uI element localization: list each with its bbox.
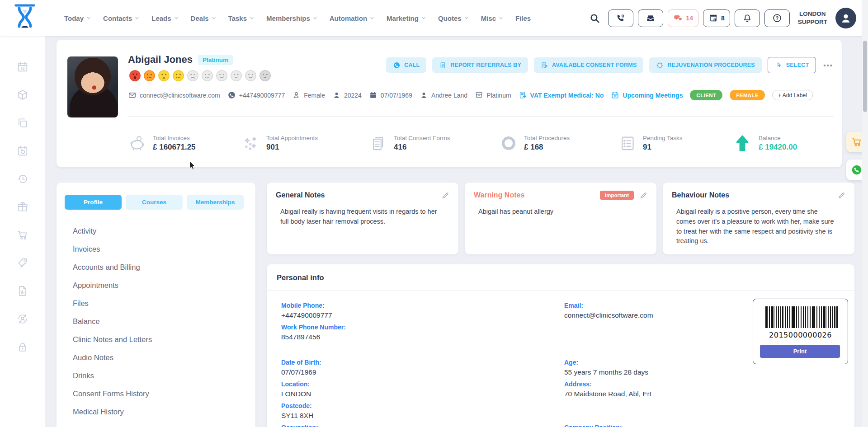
nav-item[interactable]: Quotes xyxy=(438,14,469,22)
nav-item[interactable]: Leads xyxy=(151,14,178,22)
nav-item[interactable]: Misc xyxy=(481,14,503,22)
duplicate-icon[interactable] xyxy=(16,117,29,129)
contact-item[interactable]: Andree Land xyxy=(420,91,467,99)
nav-item[interactable]: Tasks xyxy=(228,14,254,22)
shop-button[interactable]: 8 xyxy=(703,9,730,27)
mood-face-icon[interactable] xyxy=(172,70,184,82)
chevron-down-icon xyxy=(421,16,426,20)
field-label: Postcode: xyxy=(281,402,313,409)
nav-item[interactable]: Files xyxy=(515,14,531,22)
contact-item[interactable]: 12 Upcoming Meetings xyxy=(611,91,683,99)
contact-item[interactable]: VAT Exempt Medical: No xyxy=(519,91,604,99)
profile-menu-item[interactable]: Invoices xyxy=(73,240,246,258)
stat-label: Pending Tasks xyxy=(643,135,683,141)
nav-item[interactable]: Today xyxy=(64,14,91,22)
user-avatar[interactable] xyxy=(835,8,856,28)
profile-menu-item[interactable]: Files xyxy=(73,294,246,312)
action-button-label: CALL xyxy=(404,62,420,68)
action-button[interactable]: REPORT REFERRALS BY xyxy=(432,57,528,73)
nav-item[interactable]: Memberships xyxy=(266,14,317,22)
lock-icon[interactable] xyxy=(16,341,29,353)
page-scrollbar[interactable] xyxy=(862,0,868,427)
stat-block: Pending Tasks 91 xyxy=(618,133,683,154)
pencil-icon[interactable] xyxy=(837,191,846,200)
mood-face-icon[interactable] xyxy=(259,70,271,82)
action-button[interactable]: SELECT xyxy=(768,57,816,73)
personal-info-title: Personal info xyxy=(277,273,324,282)
mood-face-icon[interactable] xyxy=(129,70,141,82)
history-icon[interactable] xyxy=(16,173,29,185)
client-photo[interactable] xyxy=(67,56,118,117)
nav-item[interactable]: Automation xyxy=(330,14,374,22)
contact-item[interactable]: 07/07/1969 xyxy=(369,91,412,99)
contact-item[interactable]: 20224 xyxy=(332,91,362,99)
inbox-button[interactable] xyxy=(638,9,663,27)
client-label-badge[interactable]: CLIENT xyxy=(690,90,722,100)
tab[interactable]: Courses xyxy=(126,195,183,210)
action-button-label: REPORT REFERRALS BY xyxy=(450,62,521,68)
notifications-button[interactable] xyxy=(735,9,760,27)
profile-menu-item[interactable]: Body Composition xyxy=(73,421,246,427)
phone-button[interactable] xyxy=(608,9,633,27)
mood-face-icon[interactable] xyxy=(216,70,228,82)
calendar-12-icon[interactable]: 12 xyxy=(16,61,29,73)
nav-item[interactable]: Contacts xyxy=(103,14,139,22)
stat-block: Total Invoices £ 160671.25 xyxy=(128,133,196,154)
mood-face-icon[interactable] xyxy=(143,70,156,82)
clinicsoftware-logo[interactable] xyxy=(12,4,38,33)
contact-item[interactable]: Female xyxy=(292,91,325,99)
cart-icon[interactable] xyxy=(16,229,29,241)
stat-label: Total Consent Forms xyxy=(394,135,450,141)
gift-icon[interactable] xyxy=(16,201,29,213)
profile-menu-item[interactable]: Medical History xyxy=(73,403,246,421)
print-button[interactable]: Print xyxy=(760,345,840,358)
contact-item[interactable]: connect@clinicsoftware.com xyxy=(128,91,220,99)
contact-item[interactable]: +447490009777 xyxy=(227,91,285,99)
profile-menu-item[interactable]: Accounts and Billing xyxy=(73,258,246,276)
scrollbar-thumb[interactable] xyxy=(863,41,867,112)
pencil-icon[interactable] xyxy=(441,191,450,200)
more-actions-button[interactable]: ••• xyxy=(822,61,835,69)
profile-menu-item[interactable]: Activity xyxy=(73,222,246,240)
package-icon[interactable] xyxy=(16,89,29,101)
price-tag-icon[interactable] xyxy=(16,257,29,269)
pencil-icon[interactable] xyxy=(639,191,648,200)
action-button[interactable]: AVAILABLE CONSENT FORMS xyxy=(534,57,643,73)
booking-calendar-icon[interactable] xyxy=(16,145,29,157)
client-label-badge[interactable]: FEMALE xyxy=(730,90,765,100)
contact-text: connect@clinicsoftware.com xyxy=(140,92,220,99)
tab[interactable]: Profile xyxy=(65,195,122,210)
note-body: Abigail really is having frequent visits… xyxy=(276,207,443,227)
profile-menu-item[interactable]: Consent Forms History xyxy=(73,385,246,403)
profile-menu-item[interactable]: Clinic Notes and Letters xyxy=(73,330,246,348)
field-label: Mobile Phone: xyxy=(281,302,332,309)
field-label: Address: xyxy=(564,380,651,388)
profile-menu-item[interactable]: Appointments xyxy=(73,276,246,294)
mood-face-icon[interactable] xyxy=(245,70,257,82)
add-label-button[interactable]: + Add Label xyxy=(772,90,813,100)
svg-text:12: 12 xyxy=(614,95,617,98)
tab[interactable]: Memberships xyxy=(187,195,244,210)
help-button[interactable]: ? xyxy=(764,9,790,27)
nav-item[interactable]: Deals xyxy=(191,14,216,22)
personal-info-row: Occupation: Company Position: xyxy=(281,424,842,427)
contact-item[interactable]: Platinum xyxy=(475,91,511,99)
note-title: Behaviour Notes xyxy=(672,191,837,199)
user-sync-icon[interactable] xyxy=(16,313,29,325)
profile-menu-item[interactable]: Balance xyxy=(73,312,246,330)
report-chart-icon[interactable] xyxy=(16,285,29,297)
action-button[interactable]: REJUVENATION PROCEDURES xyxy=(649,57,761,73)
profile-menu-item[interactable]: Drinks xyxy=(73,366,246,385)
profile-menu-item[interactable]: Audio Notes xyxy=(73,348,246,366)
nav-item[interactable]: Marketing xyxy=(387,14,426,22)
notes-row: General Notes Abigail really is having f… xyxy=(267,183,854,254)
client-name: Abigail Jones xyxy=(128,54,193,66)
search-icon[interactable] xyxy=(589,13,600,24)
mood-face-icon[interactable] xyxy=(230,70,242,82)
messages-button[interactable]: 14 xyxy=(668,9,698,27)
action-button[interactable]: CALL xyxy=(386,57,426,73)
mood-face-icon[interactable] xyxy=(187,70,199,82)
confetti-icon xyxy=(242,134,260,152)
mood-face-icon[interactable] xyxy=(158,70,170,82)
mood-face-icon[interactable] xyxy=(201,70,213,82)
